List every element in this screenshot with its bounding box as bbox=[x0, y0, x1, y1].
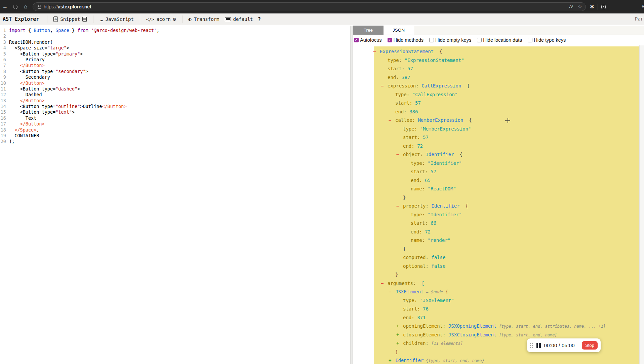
read-aloud-icon[interactable]: A) bbox=[569, 4, 573, 9]
reload-icon[interactable] bbox=[13, 5, 17, 9]
collapse-icon[interactable]: − bbox=[381, 279, 388, 288]
panel-scrollbar[interactable] bbox=[639, 45, 644, 364]
collapse-icon[interactable]: − bbox=[396, 150, 403, 159]
ast-node-type-link[interactable]: CallExpression bbox=[421, 83, 461, 88]
tree-options-bar: ✓Autofocus✓Hide methodsHide empty keysHi… bbox=[353, 35, 644, 45]
main-split: 1import { Button, Space } from '@arco-de… bbox=[0, 26, 644, 364]
home-icon[interactable]: ⌂ bbox=[21, 4, 31, 10]
checkbox-hide-empty-keys[interactable] bbox=[429, 38, 434, 42]
tk-kw-text: name: bbox=[411, 186, 428, 191]
help-button[interactable]: ? bbox=[258, 16, 261, 23]
snippet-button[interactable]: <> Snippet bbox=[53, 16, 87, 22]
tk-kw-text: type: bbox=[395, 92, 412, 97]
code-tag-icon: </> bbox=[146, 17, 154, 22]
sk-p-text bbox=[9, 127, 14, 133]
tab-tree[interactable]: Tree bbox=[353, 26, 384, 35]
tk-vl-text: "ReactDOM" bbox=[428, 186, 456, 191]
tab-json[interactable]: JSON bbox=[384, 26, 414, 35]
ast-node-type-link[interactable]: JSXOpeningElement bbox=[448, 323, 496, 329]
line-number: 4 bbox=[0, 45, 9, 51]
tk-kw-text: type: bbox=[388, 58, 405, 63]
option-label: Hide methods bbox=[394, 37, 424, 43]
recording-timer: 00:00 / 05:00 bbox=[544, 342, 575, 348]
tk-vl-text: 57 bbox=[431, 169, 436, 174]
extensions-icon[interactable]: ✱ bbox=[590, 4, 594, 10]
line-number: 10 bbox=[0, 80, 9, 86]
tk-pn-text: { bbox=[460, 203, 468, 209]
sk-p-text: ; bbox=[157, 28, 159, 33]
checkbox-hide-location-data[interactable] bbox=[477, 38, 482, 42]
code-text: <Button type="secondary"> bbox=[9, 69, 88, 74]
tree-row: +Identifier {type, start, end, name} bbox=[353, 356, 639, 364]
ast-node-type-link[interactable]: Identifier bbox=[426, 152, 454, 157]
stop-button[interactable]: Stop bbox=[582, 341, 598, 350]
checkbox-autofocus[interactable]: ✓ bbox=[354, 38, 359, 42]
transform-toggle[interactable]: ◐ Transform bbox=[189, 16, 219, 22]
expand-icon[interactable]: + bbox=[396, 322, 403, 331]
line-number: 3 bbox=[0, 39, 9, 45]
ast-tree: −ExpressionStatement {type: "ExpressionS… bbox=[353, 45, 639, 364]
tk-vl-text: 371 bbox=[417, 315, 426, 320]
sk-p-text: >Outline bbox=[80, 104, 102, 109]
browser-profile-icon[interactable] bbox=[601, 5, 606, 9]
code-text: CONTAINER bbox=[9, 133, 39, 139]
code-line: 2 bbox=[0, 33, 350, 39]
drag-handle-icon[interactable] bbox=[530, 343, 533, 348]
tk-vl-text: [ bbox=[419, 281, 425, 286]
expand-icon[interactable]: + bbox=[396, 331, 403, 339]
tree-row: } bbox=[353, 270, 639, 279]
code-editor[interactable]: 1import { Button, Space } from '@arco-de… bbox=[0, 26, 350, 364]
tree-option: Hide location data bbox=[477, 37, 522, 43]
tk-vl-text: 76 bbox=[423, 306, 429, 312]
tk-kw-text: children: bbox=[403, 340, 431, 346]
code-line: 18 </Space>, bbox=[0, 127, 350, 133]
tree-row: type: "MemberExpression" bbox=[353, 125, 639, 134]
back-icon[interactable]: ← bbox=[0, 4, 10, 10]
app-window: ← ⌂ https:// astexplorer.net A) ☆ ✱ ⊕ AS… bbox=[0, 0, 644, 364]
tk-pn-text: } bbox=[403, 246, 406, 252]
collapse-icon[interactable]: − bbox=[396, 202, 403, 211]
sk-p-text: } bbox=[69, 28, 77, 33]
ast-node-type-link[interactable]: MemberExpression bbox=[418, 117, 463, 123]
browser-menu-icon[interactable]: ⊕ bbox=[642, 3, 644, 9]
expand-icon[interactable]: + bbox=[389, 356, 395, 364]
tk-kw-text: end: bbox=[388, 75, 402, 80]
parser-selector[interactable]: </> acorn ⚙ bbox=[146, 16, 176, 22]
checkbox-hide-type-keys[interactable] bbox=[528, 38, 532, 42]
save-icon[interactable] bbox=[82, 17, 87, 22]
sk-p-text: CONTAINER bbox=[9, 133, 39, 138]
tk-mt-text: {type, start, end, name} bbox=[496, 333, 557, 337]
parser-settings-gear-icon[interactable]: ⚙ bbox=[173, 16, 176, 22]
address-bar[interactable]: https:// astexplorer.net A) ☆ bbox=[33, 2, 586, 11]
tk-vl-text: "Identifier" bbox=[428, 160, 462, 166]
parser-label: acorn bbox=[156, 16, 170, 22]
collapse-icon[interactable]: − bbox=[389, 288, 395, 296]
tree-row: name: "ReactDOM" bbox=[353, 185, 639, 193]
ast-node-type-link[interactable]: ExpressionStatement bbox=[380, 49, 434, 54]
sk-ct-text: </Button> bbox=[20, 121, 45, 126]
collapse-icon[interactable]: − bbox=[389, 116, 395, 125]
ast-node-type-link[interactable]: JSXElement bbox=[395, 289, 424, 294]
ast-node-type-link[interactable]: JSXClosingElement bbox=[448, 332, 496, 337]
panel-splitter[interactable] bbox=[350, 26, 353, 364]
tree-row: optional: false bbox=[353, 262, 639, 271]
collapse-icon[interactable]: − bbox=[381, 82, 388, 90]
checkbox-hide-methods[interactable]: ✓ bbox=[388, 38, 392, 42]
tk-kw-text: openingElement: bbox=[403, 323, 448, 329]
tk-vl-text: "ExpressionStatement" bbox=[405, 58, 464, 63]
cloud-icon: ☁ bbox=[99, 16, 103, 23]
expand-icon[interactable]: + bbox=[396, 339, 403, 348]
ast-node-type-link[interactable]: Identifier bbox=[431, 203, 459, 209]
collapse-icon[interactable]: − bbox=[373, 47, 380, 56]
language-selector[interactable]: ☁ JavaScript bbox=[99, 16, 134, 23]
pause-icon[interactable] bbox=[536, 343, 541, 348]
tk-kw-text: start: bbox=[411, 220, 431, 226]
tk-kw-text: expression: bbox=[388, 83, 421, 88]
tk-kw-text: object: bbox=[403, 152, 426, 157]
ast-node-type-link[interactable]: Identifier bbox=[395, 358, 424, 363]
option-label: Hide location data bbox=[483, 37, 522, 43]
line-number: 1 bbox=[0, 28, 9, 33]
keybinding-selector[interactable]: default bbox=[225, 16, 253, 22]
tree-row: type: "ExpressionStatement" bbox=[353, 56, 639, 65]
bookmark-star-icon[interactable]: ☆ bbox=[578, 4, 582, 10]
